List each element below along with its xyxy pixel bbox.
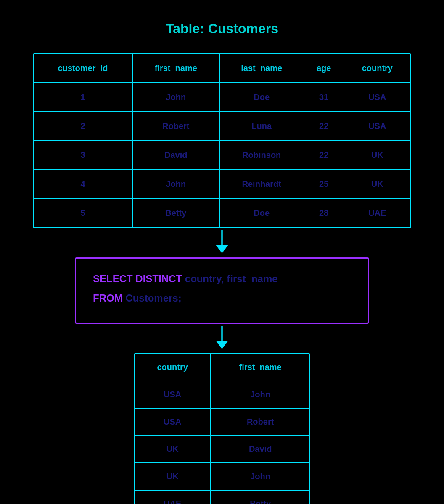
sql-cols: country, first_name	[182, 273, 278, 284]
svg-marker-1	[216, 245, 228, 253]
table-cell: John	[132, 83, 219, 112]
table-row: UKDavid	[135, 436, 309, 463]
table-cell: UK	[344, 141, 410, 170]
page-container: Table: Customers customer_id first_name …	[0, 0, 444, 504]
table-cell: David	[132, 141, 219, 170]
table-cell: John	[132, 170, 219, 199]
arrow-icon-2	[214, 326, 230, 351]
col-last-name: last_name	[219, 54, 304, 83]
table-cell: 5	[34, 199, 132, 227]
col-country: country	[344, 54, 410, 83]
table-cell: David	[211, 436, 309, 463]
sql-from-text: Customers;	[123, 292, 182, 304]
table-row: 5BettyDoe28UAE	[34, 199, 410, 227]
table-cell: USA	[344, 112, 410, 141]
table-cell: Robert	[132, 112, 219, 141]
table-cell: 4	[34, 170, 132, 199]
table-cell: Betty	[211, 490, 309, 504]
arrow-down-1	[214, 228, 230, 257]
table-cell: Reinhardt	[219, 170, 304, 199]
svg-marker-3	[216, 341, 228, 349]
arrow-icon-1	[214, 230, 230, 255]
table-row: 4JohnReinhardt25UK	[34, 170, 410, 199]
table-cell: Doe	[219, 83, 304, 112]
table-cell: 1	[34, 83, 132, 112]
table-cell: Luna	[219, 112, 304, 141]
customers-table: customer_id first_name last_name age cou…	[34, 54, 410, 227]
sql-line-1: SELECT DISTINCT country, first_name	[93, 271, 351, 286]
table-cell: USA	[135, 408, 211, 436]
col-customer-id: customer_id	[34, 54, 132, 83]
table-row: USAJohn	[135, 381, 309, 408]
col-age: age	[304, 54, 344, 83]
table-row: 2RobertLuna22USA	[34, 112, 410, 141]
table-row: USARobert	[135, 408, 309, 436]
result-table-body: USAJohnUSARobertUKDavidUKJohnUAEBetty	[135, 381, 309, 504]
table-row: 3DavidRobinson22UK	[34, 141, 410, 170]
table-cell: 22	[304, 141, 344, 170]
table-cell: 31	[304, 83, 344, 112]
page-title: Table: Customers	[166, 21, 278, 37]
table-header-row: customer_id first_name last_name age cou…	[34, 54, 410, 83]
table-cell: Robert	[211, 408, 309, 436]
result-col-first-name: first_name	[211, 354, 309, 381]
result-col-country: country	[135, 354, 211, 381]
sql-box: SELECT DISTINCT country, first_name FROM…	[75, 257, 369, 324]
table-cell: Betty	[132, 199, 219, 227]
table-cell: 25	[304, 170, 344, 199]
top-table-wrapper: customer_id first_name last_name age cou…	[33, 53, 411, 228]
table-cell: Doe	[219, 199, 304, 227]
result-table-wrapper: country first_name USAJohnUSARobertUKDav…	[134, 353, 310, 504]
table-cell: UAE	[135, 490, 211, 504]
result-header-row: country first_name	[135, 354, 309, 381]
table-row: 1JohnDoe31USA	[34, 83, 410, 112]
table-cell: UK	[135, 436, 211, 463]
table-cell: 3	[34, 141, 132, 170]
arrow-down-2	[214, 324, 230, 353]
col-first-name: first_name	[132, 54, 219, 83]
sql-line-2: FROM Customers;	[93, 291, 351, 306]
table-cell: John	[211, 381, 309, 408]
table-cell: John	[211, 463, 309, 490]
table-row: UKJohn	[135, 463, 309, 490]
table-cell: Robinson	[219, 141, 304, 170]
table-row: UAEBetty	[135, 490, 309, 504]
keyword-from: FROM	[93, 292, 123, 304]
table-cell: 22	[304, 112, 344, 141]
table-cell: UK	[135, 463, 211, 490]
top-table-body: 1JohnDoe31USA2RobertLuna22USA3DavidRobin…	[34, 83, 410, 227]
table-cell: USA	[344, 83, 410, 112]
table-cell: UK	[344, 170, 410, 199]
table-cell: UAE	[344, 199, 410, 227]
result-table: country first_name USAJohnUSARobertUKDav…	[135, 354, 309, 504]
keyword-select-distinct: SELECT DISTINCT	[93, 273, 182, 284]
table-cell: USA	[135, 381, 211, 408]
table-cell: 2	[34, 112, 132, 141]
table-cell: 28	[304, 199, 344, 227]
